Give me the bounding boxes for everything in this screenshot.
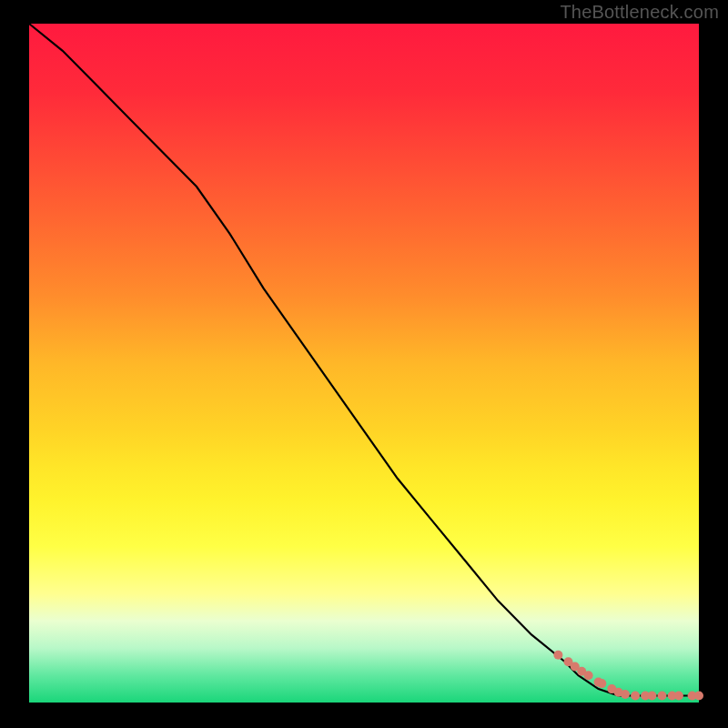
data-point bbox=[674, 692, 683, 701]
data-point bbox=[658, 692, 667, 701]
data-point bbox=[621, 690, 630, 699]
data-point bbox=[631, 692, 640, 701]
watermark-text: TheBottleneck.com bbox=[560, 2, 719, 23]
data-point bbox=[597, 679, 606, 688]
data-point bbox=[648, 692, 657, 701]
plot-area bbox=[29, 24, 699, 703]
bottleneck-chart bbox=[0, 0, 728, 728]
data-point bbox=[553, 651, 562, 660]
data-point bbox=[584, 671, 593, 680]
data-point bbox=[694, 692, 703, 701]
chart-container: TheBottleneck.com bbox=[0, 0, 728, 728]
